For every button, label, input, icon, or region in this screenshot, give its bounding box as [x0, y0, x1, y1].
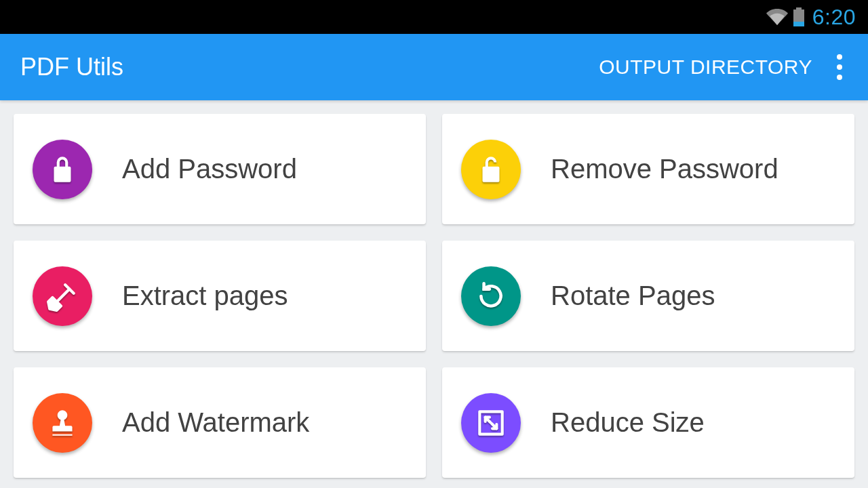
status-clock: 6:20 [812, 5, 856, 30]
card-rotate-pages[interactable]: Rotate Pages [442, 241, 854, 351]
status-bar: 6:20 [0, 0, 868, 34]
lock-open-icon [461, 140, 521, 199]
card-label: Extract pages [122, 281, 288, 311]
card-label: Reduce Size [551, 407, 705, 438]
card-label: Add Watermark [122, 407, 309, 438]
battery-icon [793, 7, 804, 26]
action-grid: Add Password Remove Password Extract pag… [0, 100, 868, 488]
shovel-icon [33, 266, 92, 326]
card-reduce-size[interactable]: Reduce Size [442, 367, 854, 478]
stamp-icon [33, 393, 92, 453]
card-add-password[interactable]: Add Password [14, 114, 426, 224]
card-label: Rotate Pages [551, 281, 715, 311]
more-vert-icon [837, 54, 842, 60]
rotate-icon [461, 266, 521, 326]
wifi-icon [766, 6, 788, 28]
card-label: Remove Password [551, 154, 778, 184]
card-remove-password[interactable]: Remove Password [442, 114, 854, 224]
lock-closed-icon [33, 140, 92, 199]
card-label: Add Password [122, 154, 297, 184]
overflow-menu-button[interactable] [831, 49, 848, 85]
card-extract-pages[interactable]: Extract pages [14, 241, 426, 351]
card-add-watermark[interactable]: Add Watermark [14, 367, 426, 478]
compress-icon [461, 393, 521, 453]
app-title: PDF Utils [20, 53, 599, 81]
output-directory-button[interactable]: OUTPUT DIRECTORY [599, 56, 812, 79]
app-bar: PDF Utils OUTPUT DIRECTORY [0, 34, 868, 100]
